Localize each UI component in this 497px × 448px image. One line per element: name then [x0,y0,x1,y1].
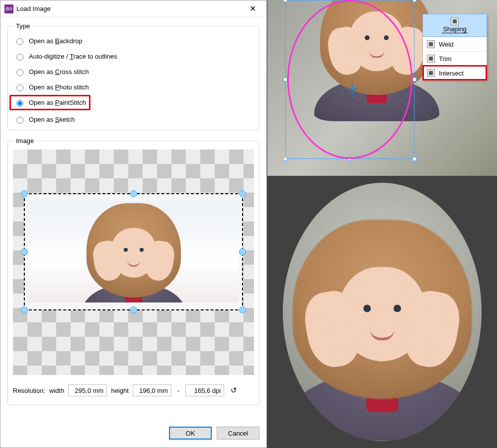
type-legend: Type [14,22,32,30]
photo-subject [59,201,208,302]
shaping-menu-item[interactable]: Weld [423,37,487,51]
dash: - [175,387,181,394]
shaping-icon [451,17,459,25]
type-option[interactable]: Open as PaintStitch [14,98,86,107]
shape-op-icon [427,69,435,77]
width-label: width [49,387,64,394]
app-icon: ∂m [4,4,13,13]
type-option-label: Open as Backdrop [29,37,83,45]
dialog-body: Type Open as BackdropAuto-digitize / Tra… [0,17,266,423]
design-canvas-bottom[interactable] [267,176,497,448]
resize-handle-mr[interactable] [239,248,246,255]
dialog-buttons: OK Cancel [0,423,266,448]
type-radio[interactable] [16,84,23,91]
type-radio[interactable] [16,117,23,124]
sel-handle[interactable] [283,0,287,2]
type-option[interactable]: Open as Photo stitch [14,83,253,91]
design-canvas-top[interactable]: Shaping WeldTrimIntersect [267,0,497,176]
shape-op-icon [427,40,435,48]
shaping-menu-item-label: Intersect [439,70,464,77]
shaping-menu-item[interactable]: Trim [423,51,487,66]
type-option[interactable]: Open as Backdrop [14,37,253,45]
resize-handle-ml[interactable] [21,248,28,255]
resize-handle-bl[interactable] [21,306,28,313]
type-group: Type Open as BackdropAuto-digitize / Tra… [7,22,259,130]
image-legend: Image [14,137,36,145]
shape-op-icon [427,55,435,63]
sel-handle[interactable] [413,0,416,2]
type-option-label: Open as Photo stitch [29,83,89,91]
shaping-menu-item-label: Trim [439,55,452,63]
type-radio[interactable] [16,38,23,45]
highlight-box: Open as PaintStitch [9,95,90,110]
image-canvas[interactable] [13,149,254,375]
titlebar: ∂m Load Image ✕ [0,0,266,17]
type-option-label: Auto-digitize / Trace to outlines [29,53,117,60]
type-option-label: Open as PaintStitch [29,99,86,106]
intersect-result [283,183,482,441]
resize-handle-tl[interactable] [21,190,28,197]
type-option[interactable]: Auto-digitize / Trace to outlines [14,52,253,61]
stitched-result [283,214,482,441]
selection-box[interactable] [24,193,243,310]
crop-ellipse[interactable] [287,0,413,159]
resolution-label: Resolution: [13,387,45,394]
type-option[interactable]: Open as Sketch [14,115,253,124]
type-option[interactable]: Open as Cross stitch [14,68,253,76]
sel-handle[interactable] [413,77,416,81]
type-radio[interactable] [16,54,23,61]
cancel-button[interactable]: Cancel [217,427,259,440]
loaded-photo [28,201,239,302]
reset-icon[interactable]: ↺ [228,385,239,396]
shaping-menu-item[interactable]: Intersect [423,66,487,80]
shaping-menu-header[interactable]: Shaping [422,14,487,37]
type-radio-list: Open as BackdropAuto-digitize / Trace to… [14,37,253,124]
shaping-menu-item-label: Weld [439,41,453,48]
dpi-input[interactable] [185,384,224,396]
height-label: height [111,387,128,394]
height-input[interactable] [133,384,171,396]
shaping-menu-title: Shaping [442,25,468,33]
resize-handle-bm[interactable] [130,306,137,313]
image-group: Image [7,137,259,405]
type-option-label: Open as Sketch [29,116,75,123]
type-option-label: Open as Cross stitch [29,68,89,75]
type-radio[interactable] [16,69,23,76]
dialog-title: Load Image [16,5,243,12]
close-button[interactable]: ✕ [243,1,262,16]
width-input[interactable] [68,384,107,396]
ok-button[interactable]: OK [169,427,212,440]
sel-handle[interactable] [283,157,287,161]
type-radio[interactable] [16,100,23,107]
resize-handle-tm[interactable] [130,190,137,197]
load-image-dialog: ∂m Load Image ✕ Type Open as BackdropAut… [0,0,267,448]
sel-handle[interactable] [283,77,287,81]
resolution-row: Resolution: width height - ↺ [13,381,254,400]
resize-handle-tr[interactable] [239,190,246,197]
resize-handle-br[interactable] [239,306,246,313]
sel-handle[interactable] [413,157,416,161]
shaping-menu: Shaping WeldTrimIntersect [422,14,487,80]
